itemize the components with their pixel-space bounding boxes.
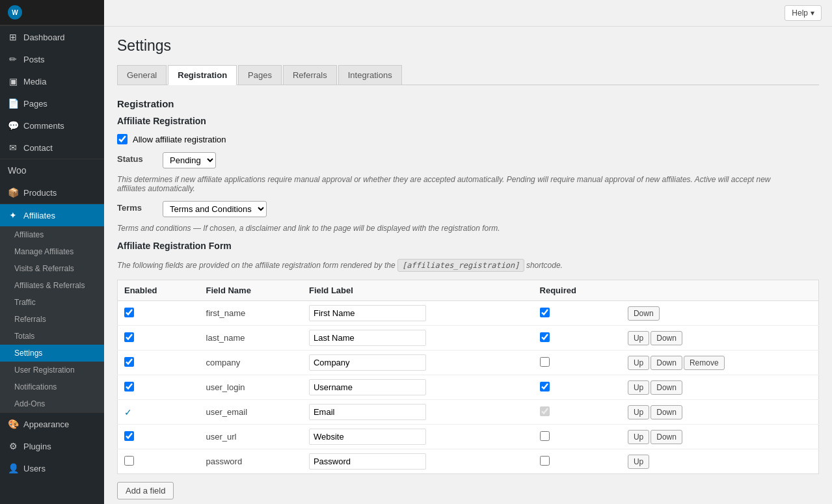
field-label-input[interactable] [309,379,426,395]
field-label-input[interactable] [309,305,426,321]
sidebar-item-user-registration[interactable]: User Registration [0,362,104,378]
tab-pages[interactable]: Pages [238,65,282,85]
col-actions [621,280,819,301]
tab-referrals[interactable]: Referrals [283,65,337,85]
field-label-input[interactable] [309,453,426,470]
users-icon: 👤 [8,463,18,473]
plugins-icon: ⚙ [8,441,18,451]
required-checkbox[interactable] [540,456,550,466]
sidebar-item-pages[interactable]: 📄 Pages [0,92,104,114]
required-checkbox[interactable] [540,357,550,367]
media-icon: ▣ [8,76,18,86]
field-label-input[interactable] [309,330,426,346]
up-button[interactable]: Up [628,405,649,419]
enabled-cell [118,375,200,400]
field-name-cell: last_name [200,326,302,351]
remove-button[interactable]: Remove [684,356,725,370]
sidebar-item-referrals[interactable]: Referrals [0,311,104,328]
sidebar-item-contact[interactable]: ✉ Contact [0,137,104,159]
sidebar-item-traffic[interactable]: Traffic [0,294,104,311]
products-icon: 📦 [8,187,18,198]
up-button[interactable]: Up [628,430,649,444]
field-name-cell: user_login [200,375,302,400]
add-field-button[interactable]: Add a field [117,482,174,499]
wp-icon: W [8,5,22,20]
required-cell [533,449,621,474]
field-name-cell: password [200,449,302,474]
sidebar-item-visits-referrals[interactable]: Visits & Referrals [0,260,104,277]
field-label-input[interactable] [309,429,426,445]
required-cell [533,326,621,351]
table-row: companyUpDownRemove [118,351,819,375]
down-button[interactable]: Down [651,430,682,444]
table-row: last_nameUpDown [118,326,819,351]
sidebar-item-affiliates-sub[interactable]: Affiliates [0,226,104,243]
down-button[interactable]: Down [651,380,682,395]
sidebar-item-label: Contact [23,143,53,153]
form-desc-suffix: shortcode. [526,261,563,270]
sidebar-item-label: Users [23,464,46,473]
required-checkbox[interactable] [540,332,550,342]
up-button[interactable]: Up [628,380,649,395]
required-checkbox[interactable] [540,382,550,391]
topbar: Help ▾ [104,0,832,27]
sidebar-item-notifications[interactable]: Notifications [0,378,104,395]
enabled-cell [118,351,200,375]
down-button[interactable]: Down [628,306,660,321]
action-buttons-cell: UpDown [621,425,819,449]
affiliates-icon: ✦ [8,210,18,220]
status-row: Status Pending Active [117,152,819,168]
field-label-input[interactable] [309,354,426,371]
sidebar-item-dashboard[interactable]: ⊞ Dashboard [0,26,104,48]
sidebar-item-affiliates-referrals[interactable]: Affiliates & Referrals [0,277,104,294]
enabled-checkbox[interactable] [124,308,134,317]
terms-select[interactable]: Terms and Conditions None [163,201,267,217]
up-button[interactable]: Up [628,455,649,469]
enabled-checkbox[interactable] [124,456,134,466]
dashboard-icon: ⊞ [8,32,18,42]
help-button[interactable]: Help ▾ [785,5,822,21]
sidebar-item-users[interactable]: 👤 Users [0,457,104,479]
down-button[interactable]: Down [651,405,682,419]
sidebar-item-add-ons[interactable]: Add-Ons [0,395,104,412]
down-button[interactable]: Down [651,356,682,370]
sidebar-item-totals[interactable]: Totals [0,328,104,345]
required-cell [533,375,621,400]
enabled-checkbox[interactable] [124,431,134,441]
field-name-cell: company [200,351,302,375]
up-button[interactable]: Up [628,331,649,345]
sidebar-item-posts[interactable]: ✏ Posts [0,48,104,70]
terms-description: Terms and conditions — If chosen, a disc… [117,224,800,233]
status-label: Status [117,152,156,164]
action-buttons-cell: UpDown [621,326,819,351]
enabled-checkbox[interactable] [124,357,134,367]
wp-logo: W [0,0,104,25]
sidebar-item-plugins[interactable]: ⚙ Plugins [0,435,104,457]
status-select[interactable]: Pending Active [163,152,216,168]
sidebar-item-woocommerce[interactable]: Woo [0,159,104,181]
tab-registration[interactable]: Registration [168,65,237,85]
required-checkbox[interactable] [540,308,550,317]
tab-general[interactable]: General [117,65,167,85]
sidebar-item-comments[interactable]: 💬 Comments [0,114,104,137]
field-label-cell [302,400,533,425]
allow-registration-checkbox[interactable] [117,134,127,144]
down-button[interactable]: Down [651,331,682,345]
sidebar-item-manage-affiliates[interactable]: Manage Affiliates [0,243,104,260]
required-checkbox[interactable] [540,431,550,441]
tab-integrations[interactable]: Integrations [338,65,402,85]
sidebar-item-label: Appearance [23,419,69,429]
registration-section: Registration Affiliate Registration Allo… [117,98,819,504]
enabled-checkbox[interactable] [124,382,134,391]
sidebar-nav: ⊞ Dashboard ✏ Posts ▣ Media 📄 Pages 💬 Co… [0,25,104,159]
form-description: The following fields are provided on the… [117,259,800,272]
up-button[interactable]: Up [628,356,649,370]
sidebar-item-media[interactable]: ▣ Media [0,70,104,92]
main-content: Help ▾ Settings General Registration Pag… [104,0,832,504]
sidebar-item-appearance[interactable]: 🎨 Appearance [0,413,104,435]
sidebar-item-settings[interactable]: Settings [0,345,104,362]
sidebar-item-products[interactable]: 📦 Products [0,181,104,204]
field-label-input[interactable] [309,404,426,420]
enabled-checkbox[interactable] [124,332,134,342]
sidebar-item-affiliates[interactable]: ✦ Affiliates [0,204,104,226]
